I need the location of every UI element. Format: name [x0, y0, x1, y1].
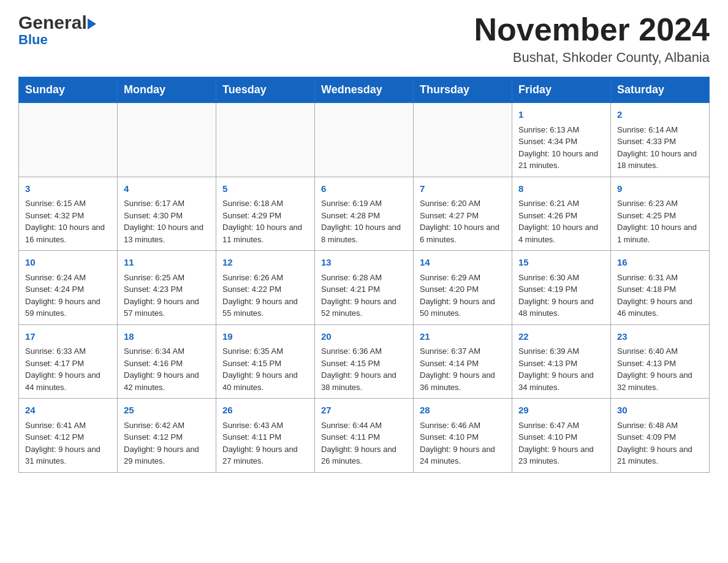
day-number: 28 — [420, 404, 506, 418]
day-number: 29 — [518, 404, 604, 418]
day-number: 4 — [124, 182, 210, 196]
day-info: Sunrise: 6:44 AMSunset: 4:11 PMDaylight:… — [321, 421, 396, 466]
page-header: General Blue November 2024 Bushat, Shkod… — [18, 12, 710, 66]
calendar-cell: 17Sunrise: 6:33 AMSunset: 4:17 PMDayligh… — [19, 324, 118, 399]
calendar-cell: 18Sunrise: 6:34 AMSunset: 4:16 PMDayligh… — [118, 324, 216, 399]
day-number: 12 — [222, 256, 308, 270]
day-info: Sunrise: 6:19 AMSunset: 4:28 PMDaylight:… — [321, 199, 401, 244]
day-number: 1 — [518, 108, 604, 122]
day-info: Sunrise: 6:20 AMSunset: 4:27 PMDaylight:… — [420, 199, 499, 244]
day-number: 9 — [617, 182, 703, 196]
day-info: Sunrise: 6:31 AMSunset: 4:18 PMDaylight:… — [617, 273, 692, 318]
day-info: Sunrise: 6:15 AMSunset: 4:32 PMDaylight:… — [25, 199, 105, 244]
calendar-cell: 26Sunrise: 6:43 AMSunset: 4:11 PMDayligh… — [216, 399, 315, 473]
day-info: Sunrise: 6:37 AMSunset: 4:14 PMDaylight:… — [420, 347, 495, 392]
calendar-cell: 13Sunrise: 6:28 AMSunset: 4:21 PMDayligh… — [315, 251, 414, 325]
calendar-cell: 10Sunrise: 6:24 AMSunset: 4:24 PMDayligh… — [19, 251, 118, 325]
day-info: Sunrise: 6:17 AMSunset: 4:30 PMDaylight:… — [124, 199, 203, 244]
day-info: Sunrise: 6:28 AMSunset: 4:21 PMDaylight:… — [321, 273, 396, 318]
day-number: 30 — [617, 404, 703, 418]
calendar-cell — [118, 103, 216, 177]
day-info: Sunrise: 6:29 AMSunset: 4:20 PMDaylight:… — [420, 273, 495, 318]
day-info: Sunrise: 6:48 AMSunset: 4:09 PMDaylight:… — [617, 421, 692, 466]
weekday-header-sunday: Sunday — [19, 77, 118, 103]
day-info: Sunrise: 6:34 AMSunset: 4:16 PMDaylight:… — [124, 347, 199, 392]
calendar-cell: 16Sunrise: 6:31 AMSunset: 4:18 PMDayligh… — [611, 251, 710, 325]
day-info: Sunrise: 6:39 AMSunset: 4:13 PMDaylight:… — [518, 347, 594, 392]
calendar-cell: 4Sunrise: 6:17 AMSunset: 4:30 PMDaylight… — [118, 177, 216, 251]
calendar-week-row: 17Sunrise: 6:33 AMSunset: 4:17 PMDayligh… — [19, 324, 710, 399]
calendar-cell: 15Sunrise: 6:30 AMSunset: 4:19 PMDayligh… — [512, 251, 611, 325]
calendar-cell — [315, 103, 414, 177]
day-info: Sunrise: 6:21 AMSunset: 4:26 PMDaylight:… — [518, 199, 598, 244]
calendar-cell: 8Sunrise: 6:21 AMSunset: 4:26 PMDaylight… — [512, 177, 611, 251]
day-number: 14 — [420, 256, 506, 270]
subtitle: Bushat, Shkoder County, Albania — [474, 50, 710, 66]
calendar-cell: 3Sunrise: 6:15 AMSunset: 4:32 PMDaylight… — [19, 177, 118, 251]
day-info: Sunrise: 6:18 AMSunset: 4:29 PMDaylight:… — [222, 199, 302, 244]
weekday-header-saturday: Saturday — [611, 77, 710, 103]
day-number: 25 — [124, 404, 210, 418]
day-info: Sunrise: 6:43 AMSunset: 4:11 PMDaylight:… — [222, 421, 298, 466]
calendar-week-row: 24Sunrise: 6:41 AMSunset: 4:12 PMDayligh… — [19, 399, 710, 473]
logo-arrow-icon — [88, 18, 96, 29]
day-info: Sunrise: 6:35 AMSunset: 4:15 PMDaylight:… — [222, 347, 298, 392]
day-number: 20 — [321, 330, 407, 344]
day-info: Sunrise: 6:30 AMSunset: 4:19 PMDaylight:… — [518, 273, 594, 318]
calendar-cell: 14Sunrise: 6:29 AMSunset: 4:20 PMDayligh… — [414, 251, 512, 325]
day-number: 17 — [25, 330, 111, 344]
calendar-cell: 2Sunrise: 6:14 AMSunset: 4:33 PMDaylight… — [611, 103, 710, 177]
calendar-cell: 12Sunrise: 6:26 AMSunset: 4:22 PMDayligh… — [216, 251, 315, 325]
calendar-cell: 5Sunrise: 6:18 AMSunset: 4:29 PMDaylight… — [216, 177, 315, 251]
weekday-header-tuesday: Tuesday — [216, 77, 315, 103]
title-block: November 2024 Bushat, Shkoder County, Al… — [474, 12, 710, 66]
main-title: November 2024 — [474, 12, 710, 47]
day-number: 10 — [25, 256, 111, 270]
calendar-cell: 30Sunrise: 6:48 AMSunset: 4:09 PMDayligh… — [611, 399, 710, 473]
day-number: 6 — [321, 182, 407, 196]
calendar-cell: 24Sunrise: 6:41 AMSunset: 4:12 PMDayligh… — [19, 399, 118, 473]
weekday-header-row: SundayMondayTuesdayWednesdayThursdayFrid… — [19, 77, 710, 103]
day-info: Sunrise: 6:46 AMSunset: 4:10 PMDaylight:… — [420, 421, 495, 466]
calendar-header: SundayMondayTuesdayWednesdayThursdayFrid… — [19, 77, 710, 103]
day-info: Sunrise: 6:40 AMSunset: 4:13 PMDaylight:… — [617, 347, 692, 392]
calendar-cell — [19, 103, 118, 177]
calendar-week-row: 10Sunrise: 6:24 AMSunset: 4:24 PMDayligh… — [19, 251, 710, 325]
day-info: Sunrise: 6:33 AMSunset: 4:17 PMDaylight:… — [25, 347, 100, 392]
day-number: 22 — [518, 330, 604, 344]
day-number: 19 — [222, 330, 308, 344]
day-number: 11 — [124, 256, 210, 270]
day-number: 18 — [124, 330, 210, 344]
day-number: 5 — [222, 182, 308, 196]
day-info: Sunrise: 6:14 AMSunset: 4:33 PMDaylight:… — [617, 125, 697, 170]
day-number: 7 — [420, 182, 506, 196]
calendar-cell: 21Sunrise: 6:37 AMSunset: 4:14 PMDayligh… — [414, 324, 512, 399]
calendar-table: SundayMondayTuesdayWednesdayThursdayFrid… — [18, 77, 710, 473]
logo-general: General — [18, 12, 87, 33]
calendar-cell: 6Sunrise: 6:19 AMSunset: 4:28 PMDaylight… — [315, 177, 414, 251]
day-info: Sunrise: 6:24 AMSunset: 4:24 PMDaylight:… — [25, 273, 100, 318]
calendar-cell: 11Sunrise: 6:25 AMSunset: 4:23 PMDayligh… — [118, 251, 216, 325]
day-number: 13 — [321, 256, 407, 270]
day-number: 16 — [617, 256, 703, 270]
calendar-cell: 25Sunrise: 6:42 AMSunset: 4:12 PMDayligh… — [118, 399, 216, 473]
day-info: Sunrise: 6:23 AMSunset: 4:25 PMDaylight:… — [617, 199, 697, 244]
logo-blue: Blue — [18, 32, 48, 48]
day-number: 26 — [222, 404, 308, 418]
day-number: 21 — [420, 330, 506, 344]
day-info: Sunrise: 6:13 AMSunset: 4:34 PMDaylight:… — [518, 125, 598, 170]
weekday-header-friday: Friday — [512, 77, 611, 103]
day-info: Sunrise: 6:42 AMSunset: 4:12 PMDaylight:… — [124, 421, 199, 466]
calendar-body: 1Sunrise: 6:13 AMSunset: 4:34 PMDaylight… — [19, 103, 710, 473]
day-number: 23 — [617, 330, 703, 344]
day-number: 27 — [321, 404, 407, 418]
calendar-week-row: 3Sunrise: 6:15 AMSunset: 4:32 PMDaylight… — [19, 177, 710, 251]
calendar-cell — [216, 103, 315, 177]
day-number: 2 — [617, 108, 703, 122]
calendar-cell: 23Sunrise: 6:40 AMSunset: 4:13 PMDayligh… — [611, 324, 710, 399]
day-info: Sunrise: 6:36 AMSunset: 4:15 PMDaylight:… — [321, 347, 396, 392]
calendar-week-row: 1Sunrise: 6:13 AMSunset: 4:34 PMDaylight… — [19, 103, 710, 177]
logo: General Blue — [18, 12, 97, 48]
calendar-cell: 1Sunrise: 6:13 AMSunset: 4:34 PMDaylight… — [512, 103, 611, 177]
day-number: 3 — [25, 182, 111, 196]
